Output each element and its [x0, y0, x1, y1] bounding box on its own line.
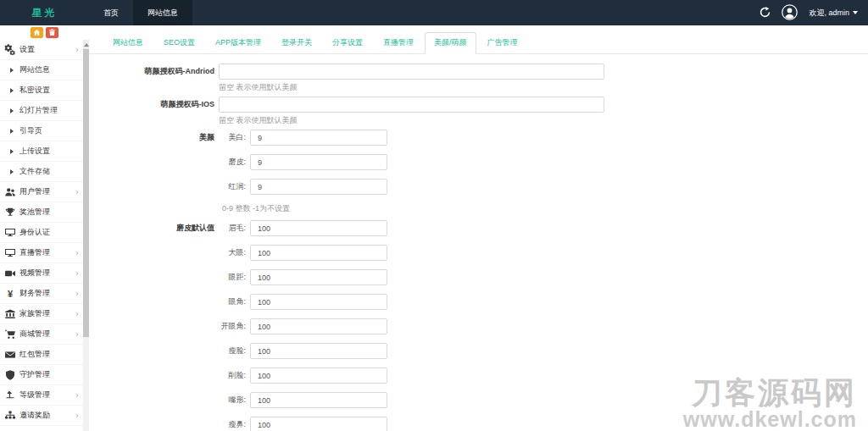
sidebar-item[interactable]: 邀请奖励 › [0, 406, 83, 426]
settings-tab[interactable]: SEO设置 [154, 32, 204, 54]
topbar-tab[interactable]: 网站信息 [133, 0, 192, 25]
desktop-icon [3, 248, 16, 258]
topbar-tab-label: 首页 [103, 8, 119, 17]
section-label: 磨皮默认值 [89, 220, 214, 236]
settings-tab-label: 直播管理 [383, 38, 414, 47]
field-label: 削脸: [219, 367, 246, 384]
field-label: 眉毛: [219, 220, 246, 236]
topbar-tab[interactable]: 首页 [89, 0, 133, 25]
chevron-right-icon: › [75, 45, 79, 54]
form-row: 削脸: [89, 367, 868, 384]
section-label: 美颜 [89, 130, 214, 146]
avatar-icon[interactable] [782, 4, 798, 22]
sidebar-item[interactable]: 守护管理 › [0, 365, 83, 385]
settings-tab[interactable]: 广告管理 [478, 32, 527, 54]
sidebar-subitem[interactable]: 网站信息 [0, 60, 83, 80]
sidebar-item[interactable]: 商城管理 › [0, 324, 83, 345]
default-value-input[interactable] [250, 367, 387, 384]
main-content: 网站信息 SEO设置 APP版本管理 登录开关 分享设置 [89, 25, 868, 431]
settings-tab[interactable]: 直播管理 [374, 32, 423, 54]
default-value-input[interactable] [250, 220, 387, 236]
sidebar-item-settings[interactable]: 设置 › [0, 40, 83, 60]
form-row: 美颜 美白: [89, 130, 868, 146]
sitemap-icon [3, 411, 16, 421]
chevron-right-icon: › [75, 411, 79, 420]
field-label: 红润: [219, 179, 246, 195]
sidebar-subitem[interactable]: 文件存储 [0, 162, 83, 182]
default-value-input[interactable] [250, 417, 387, 431]
beauty-value-input[interactable] [250, 154, 387, 170]
sidebar-subitem[interactable]: 引导页 [0, 121, 83, 141]
sidebar-subitem[interactable]: 私密设置 [0, 80, 83, 101]
beauty-rows: 美颜 美白: 磨皮: 红润: [89, 130, 868, 195]
home-button[interactable] [31, 27, 43, 38]
field-label: 开眼角: [219, 318, 246, 334]
cart-icon [3, 329, 16, 340]
caret-right-icon [10, 108, 14, 113]
sidebar-item[interactable]: ¥ 财务管理 › [0, 284, 83, 304]
sidebar-subitem-label: 私密设置 [19, 85, 50, 96]
sidebar-subitem-label: 文件存储 [19, 166, 50, 177]
default-value-input[interactable] [250, 343, 387, 359]
beauty-value-input[interactable] [250, 130, 387, 146]
form-row: 嘴形: [89, 392, 868, 408]
sidebar-item[interactable]: 贵族管理 › [0, 426, 83, 431]
settings-tab[interactable]: APP版本管理 [206, 32, 270, 54]
field-label: 美白: [219, 130, 246, 146]
sidebar-item-label: 财务管理 [19, 288, 50, 299]
refresh-icon[interactable] [760, 7, 771, 19]
sidebar-item[interactable]: 家族管理 › [0, 304, 83, 324]
scrollbar-thumb[interactable] [83, 49, 89, 337]
default-value-input[interactable] [250, 318, 387, 334]
form-row: 大眼: [89, 245, 868, 261]
sidebar-item[interactable]: 身份认证 › [0, 223, 83, 243]
form-row: 开眼角: [89, 318, 868, 334]
trash-icon [48, 26, 56, 39]
settings-tab[interactable]: 网站信息 [103, 32, 153, 54]
trash-button[interactable] [46, 27, 58, 38]
sidebar-header-buttons [0, 25, 89, 40]
cogs-icon [3, 44, 16, 55]
svg-text:¥: ¥ [7, 289, 13, 299]
auth-code-input[interactable] [219, 97, 604, 113]
sidebar-subitem[interactable]: 幻灯片管理 [0, 101, 83, 121]
users-icon [3, 187, 16, 197]
scrollbar-up-arrow-icon[interactable] [83, 40, 89, 49]
field-label: 眼距: [219, 269, 246, 285]
sidebar-settings-subitems: 网站信息 私密设置 幻灯片管理 引导页 [0, 60, 83, 182]
beauty-value-input[interactable] [250, 179, 387, 195]
caret-right-icon [10, 169, 14, 174]
topbar: 星光 首页 网站信息 欢迎, admin [0, 0, 868, 25]
default-value-rows: 磨皮默认值 眉毛: 大眼: 眼距: [89, 220, 868, 431]
form-row: 眼距: [89, 269, 868, 285]
default-value-input[interactable] [250, 269, 387, 285]
form-row: 萌颜授权码-Andriod 留空 表示使用默认美颜 [89, 64, 868, 93]
sidebar-subitem[interactable]: 上传设置 [0, 141, 83, 162]
default-value-input[interactable] [250, 294, 387, 310]
bank-icon [3, 309, 16, 319]
app-logo: 星光 [0, 0, 89, 25]
default-value-input[interactable] [250, 245, 387, 261]
auth-code-input[interactable] [219, 64, 604, 80]
trophy-icon [3, 207, 16, 218]
sidebar-item[interactable]: 直播管理 › [0, 243, 83, 263]
topbar-right: 欢迎, admin [760, 0, 868, 25]
sidebar-subitem-label: 上传设置 [19, 146, 50, 157]
field-label: 磨皮: [219, 154, 246, 170]
sidebar-item[interactable]: 等级管理 › [0, 385, 83, 406]
sidebar-item[interactable]: 用户管理 › [0, 182, 83, 202]
sidebar: 设置 › 网站信息 私密设置 [0, 25, 89, 431]
settings-tab[interactable]: 美颜/萌颜 [425, 32, 476, 54]
default-value-input[interactable] [250, 392, 387, 408]
settings-tab[interactable]: 分享设置 [323, 32, 372, 54]
caret-right-icon [10, 88, 14, 93]
envelope-icon [3, 350, 16, 360]
sidebar-scrollbar[interactable] [83, 40, 89, 431]
settings-tab-label: APP版本管理 [215, 38, 261, 47]
user-menu[interactable]: 欢迎, admin [809, 8, 858, 19]
settings-tab[interactable]: 登录开关 [272, 32, 321, 54]
caret-right-icon [10, 149, 14, 154]
sidebar-item[interactable]: 视频管理 › [0, 263, 83, 284]
sidebar-item[interactable]: 红包管理 › [0, 345, 83, 365]
sidebar-item[interactable]: 奖池管理 › [0, 202, 83, 223]
